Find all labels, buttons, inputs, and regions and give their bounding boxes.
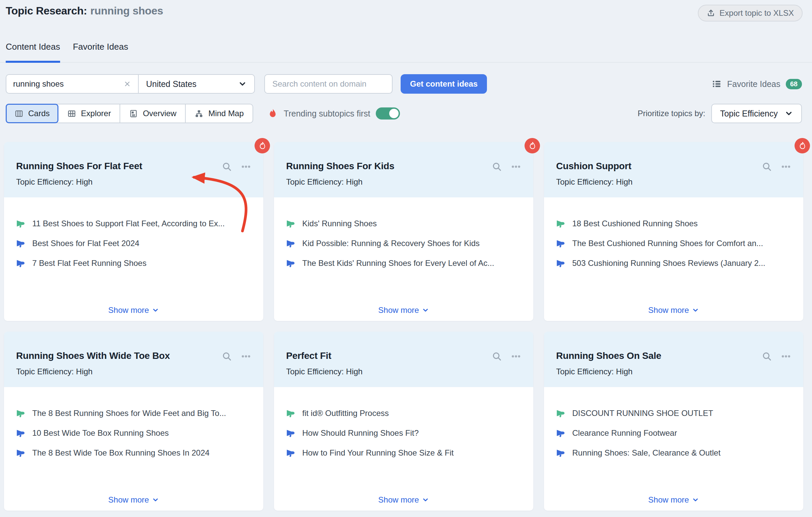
export-button[interactable]: Export topic to XLSX [698, 5, 803, 22]
topic-query-value: running shoes [13, 79, 119, 89]
show-more-button[interactable]: Show more [544, 305, 803, 315]
show-more-button[interactable]: Show more [544, 495, 803, 505]
ellipsis-menu-icon[interactable] [781, 161, 791, 172]
headline-text: 11 Best Shoes to Support Flat Feet, Acco… [32, 219, 225, 228]
headline-item[interactable]: Running Shoes: Sale, Clearance & Outlet [556, 448, 791, 458]
megaphone-icon [286, 429, 295, 438]
headline-item[interactable]: Kid Possible: Running & Recovery Shoes f… [286, 239, 521, 248]
chevron-down-icon [422, 306, 429, 314]
ellipsis-menu-icon[interactable] [511, 161, 521, 172]
topic-card-kids: Running Shoes For Kids Topic Efficiency:… [274, 142, 533, 321]
topic-efficiency: Topic Efficiency: High [556, 367, 791, 376]
domain-placeholder: Search content on domain [272, 79, 366, 89]
view-mind-map[interactable]: Mind Map [186, 104, 252, 123]
view-cards-label: Cards [28, 109, 50, 118]
topic-efficiency: Topic Efficiency: High [16, 177, 251, 187]
card-title[interactable]: Running Shoes On Sale [556, 351, 762, 361]
headline-item[interactable]: The 8 Best Running Shoes for Wide Feet a… [16, 408, 251, 418]
headline-item[interactable]: 503 Cushioning Running Shoes Reviews (Ja… [556, 258, 791, 268]
ellipsis-menu-icon[interactable] [781, 351, 791, 362]
card-title[interactable]: Running Shoes For Kids [286, 161, 492, 172]
ellipsis-menu-icon[interactable] [241, 161, 251, 172]
show-more-label: Show more [378, 495, 419, 505]
megaphone-icon [16, 449, 25, 458]
headline-text: The 8 Best Running Shoes for Wide Feet a… [32, 408, 226, 418]
card-title[interactable]: Running Shoes With Wide Toe Box [16, 351, 222, 361]
headline-item[interactable]: How Should Running Shoes Fit? [286, 428, 521, 438]
headline-item[interactable]: 11 Best Shoes to Support Flat Feet, Acco… [16, 219, 251, 228]
headline-item[interactable]: fit id® Outfitting Process [286, 408, 521, 418]
headline-item[interactable]: The 8 Best Wide Toe Box Running Shoes In… [16, 448, 251, 458]
megaphone-icon [286, 239, 295, 248]
clear-query-icon[interactable] [123, 80, 131, 88]
trending-filter: Trending subtopics first [267, 108, 400, 120]
card-header: Running Shoes With Wide Toe Box Topic Ef… [4, 332, 263, 387]
region-value: United States [146, 79, 197, 89]
view-mind-map-label: Mind Map [208, 109, 243, 118]
headline-item[interactable]: 7 Best Flat Feet Running Shoes [16, 258, 251, 268]
megaphone-icon [556, 429, 565, 438]
megaphone-icon [556, 449, 565, 458]
show-more-label: Show more [648, 305, 689, 315]
headline-text: Kids' Running Shoes [302, 219, 377, 228]
headline-text: Kid Possible: Running & Recovery Shoes f… [302, 239, 480, 248]
headline-item[interactable]: Kids' Running Shoes [286, 219, 521, 228]
card-body: Kids' Running Shoes Kid Possible: Runnin… [274, 197, 533, 321]
prioritize-value: Topic Efficiency [720, 109, 778, 119]
trending-toggle-switch[interactable] [376, 108, 400, 120]
tab-content-ideas[interactable]: Content Ideas [6, 42, 60, 63]
headline-item[interactable]: DISCOUNT RUNNING SHOE OUTLET [556, 408, 791, 418]
show-more-button[interactable]: Show more [4, 305, 263, 315]
headline-item[interactable]: The Best Cushioned Running Shoes for Com… [556, 239, 791, 248]
card-header: Cushion Support Topic Efficiency: High [544, 142, 803, 197]
view-overview[interactable]: Overview [120, 104, 186, 123]
headline-text: fit id® Outfitting Process [302, 408, 389, 418]
search-icon[interactable] [762, 351, 772, 362]
headline-text: The 8 Best Wide Toe Box Running Shoes In… [32, 448, 209, 458]
region-select[interactable]: United States [139, 75, 254, 93]
view-explorer[interactable]: Explorer [58, 104, 120, 123]
view-switcher: Cards Explorer Overview Mind Map [6, 104, 253, 123]
domain-search-input[interactable]: Search content on domain [264, 74, 393, 94]
megaphone-icon [16, 259, 25, 268]
get-content-ideas-button[interactable]: Get content ideas [401, 74, 487, 94]
search-icon[interactable] [222, 351, 232, 362]
search-icon[interactable] [222, 161, 232, 172]
favorite-ideas-link[interactable]: Favorite Ideas 68 [712, 79, 802, 89]
card-title[interactable]: Perfect Fit [286, 351, 492, 361]
headline-item[interactable]: Clearance Running Footwear [556, 428, 791, 438]
headline-item[interactable]: 18 Best Cushioned Running Shoes [556, 219, 791, 228]
headline-item[interactable]: How to Find Your Running Shoe Size & Fit [286, 448, 521, 458]
tab-favorite-ideas[interactable]: Favorite Ideas [73, 42, 128, 63]
headline-text: How Should Running Shoes Fit? [302, 428, 419, 438]
ellipsis-menu-icon[interactable] [511, 351, 521, 362]
headline-text: 503 Cushioning Running Shoes Reviews (Ja… [572, 258, 765, 268]
topic-query-input[interactable]: running shoes [6, 75, 139, 93]
headline-item[interactable]: The Best Kids' Running Shoes for Every L… [286, 258, 521, 268]
megaphone-icon [286, 259, 295, 268]
prioritize-select[interactable]: Topic Efficiency [711, 104, 802, 123]
ellipsis-menu-icon[interactable] [241, 351, 251, 362]
view-cards[interactable]: Cards [6, 104, 58, 123]
search-icon[interactable] [762, 161, 772, 172]
topic-card-flat-feet: Running Shoes For Flat Feet Topic Effici… [4, 142, 263, 321]
headline-item[interactable]: 10 Best Wide Toe Box Running Shoes [16, 428, 251, 438]
trending-toggle-label: Trending subtopics first [284, 109, 370, 119]
headline-item[interactable]: Best Shoes for Flat Feet 2024 [16, 239, 251, 248]
headline-text: 7 Best Flat Feet Running Shoes [32, 258, 146, 268]
chevron-down-icon [784, 109, 793, 118]
topic-cards-grid: Running Shoes For Flat Feet Topic Effici… [0, 142, 812, 511]
chevron-down-icon [422, 496, 429, 504]
show-more-button[interactable]: Show more [4, 495, 263, 505]
search-icon[interactable] [492, 351, 502, 362]
search-icon[interactable] [492, 161, 502, 172]
headline-text: 10 Best Wide Toe Box Running Shoes [32, 428, 169, 438]
card-title[interactable]: Cushion Support [556, 161, 762, 172]
show-more-button[interactable]: Show more [274, 495, 533, 505]
show-more-button[interactable]: Show more [274, 305, 533, 315]
megaphone-icon [286, 449, 295, 458]
page-title-label: Topic Research: [6, 5, 87, 17]
list-icon [712, 79, 722, 89]
card-title[interactable]: Running Shoes For Flat Feet [16, 161, 222, 172]
megaphone-icon [286, 219, 295, 228]
